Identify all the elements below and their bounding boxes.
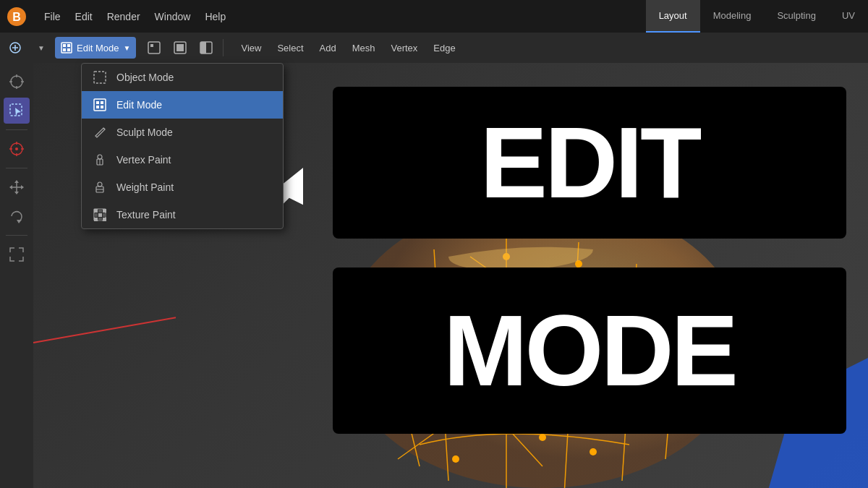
- mode-text: MODE: [443, 300, 736, 401]
- svg-rect-85: [98, 218, 102, 221]
- svg-rect-70: [101, 106, 103, 108]
- edit-text: EDIT: [480, 112, 699, 213]
- svg-rect-80: [94, 213, 98, 217]
- tab-uv[interactable]: UV: [829, 0, 868, 33]
- svg-marker-51: [15, 108, 21, 116]
- mode-selector-group: ▼ Edit Mode ▼: [3, 35, 136, 60]
- svg-rect-68: [101, 101, 103, 104]
- dropdown-item-object-mode[interactable]: Object Mode: [82, 64, 283, 91]
- edit-mode-label: Edit Mode: [116, 99, 162, 111]
- svg-rect-86: [103, 218, 106, 221]
- tool-separator-1: [6, 129, 27, 130]
- toolbar-separator-1: [223, 39, 224, 56]
- svg-point-23: [539, 434, 546, 441]
- menu-help[interactable]: Help: [199, 8, 231, 25]
- svg-rect-65: [94, 72, 106, 83]
- tool-fullscreen[interactable]: [4, 241, 30, 267]
- svg-rect-66: [94, 99, 106, 111]
- tool-target[interactable]: [4, 136, 30, 162]
- tool-select[interactable]: [4, 98, 30, 124]
- left-toolbar: [0, 63, 33, 488]
- nav-add[interactable]: Add: [312, 40, 344, 56]
- menu-file[interactable]: File: [38, 8, 67, 25]
- svg-rect-69: [96, 106, 99, 108]
- nav-mesh[interactable]: Mesh: [345, 40, 383, 56]
- object-mode-icon: [92, 69, 108, 85]
- vertex-paint-icon: [92, 152, 108, 168]
- svg-point-53: [15, 147, 18, 150]
- svg-point-71: [98, 155, 102, 159]
- svg-rect-81: [98, 213, 102, 217]
- svg-marker-60: [14, 180, 19, 183]
- weight-paint-label: Weight Paint: [116, 181, 174, 193]
- mode-dropdown-chevron: ▼: [124, 44, 131, 52]
- svg-rect-84: [94, 218, 98, 221]
- view-overlay-btn[interactable]: [142, 35, 166, 60]
- mode-text-box: MODE: [333, 267, 846, 434]
- svg-rect-44: [200, 42, 206, 53]
- mode-icon-btn[interactable]: [3, 35, 27, 60]
- svg-rect-38: [67, 48, 70, 51]
- mode-dropdown[interactable]: Edit Mode ▼: [55, 37, 136, 59]
- tool-rotate[interactable]: [4, 203, 30, 229]
- object-mode-label: Object Mode: [116, 72, 174, 83]
- svg-rect-39: [148, 42, 160, 53]
- nav-view[interactable]: View: [234, 40, 268, 56]
- menu-edit[interactable]: Edit: [69, 8, 98, 25]
- tab-sculpting[interactable]: Sculpting: [764, 0, 828, 33]
- tool-separator-2: [6, 168, 27, 168]
- svg-point-74: [98, 182, 102, 187]
- menu-render[interactable]: Render: [101, 8, 146, 25]
- dropdown-item-edit-mode[interactable]: Edit Mode: [82, 91, 283, 119]
- texture-paint-icon: [92, 207, 108, 223]
- top-menu-items: File Edit Render Window Help: [33, 8, 237, 25]
- svg-text:B: B: [12, 11, 21, 23]
- weight-paint-icon: [92, 179, 108, 195]
- svg-rect-36: [67, 44, 70, 47]
- mode-label: Edit Mode: [77, 43, 119, 53]
- sculpt-mode-label: Sculpt Mode: [116, 127, 173, 138]
- header-toolbar: ▼ Edit Mode ▼: [0, 33, 868, 63]
- svg-marker-64: [17, 220, 22, 223]
- dropdown-item-sculpt-mode[interactable]: Sculpt Mode: [82, 119, 283, 146]
- vertex-paint-label: Vertex Paint: [116, 154, 171, 166]
- dropdown-item-vertex-paint[interactable]: Vertex Paint: [82, 146, 283, 174]
- svg-rect-83: [103, 213, 106, 217]
- mode-dropdown-menu: Object Mode Edit Mode Sculpt Mode: [81, 63, 284, 229]
- svg-point-26: [590, 448, 597, 455]
- svg-point-25: [452, 455, 459, 463]
- svg-marker-63: [21, 185, 24, 189]
- svg-rect-42: [176, 44, 184, 51]
- svg-rect-78: [94, 209, 98, 213]
- header-nav-items: View Select Add Mesh Vertex Edge: [234, 40, 462, 56]
- dropdown-item-weight-paint[interactable]: Weight Paint: [82, 174, 283, 201]
- view-material-btn[interactable]: [194, 35, 218, 60]
- edit-mode-icon: [92, 97, 108, 113]
- svg-rect-67: [96, 101, 99, 104]
- texture-paint-label: Texture Paint: [116, 209, 176, 221]
- nav-select[interactable]: Select: [270, 40, 310, 56]
- svg-marker-62: [9, 185, 12, 189]
- svg-rect-82: [103, 209, 106, 213]
- nav-vertex[interactable]: Vertex: [383, 40, 425, 56]
- tool-cursor[interactable]: [4, 69, 30, 95]
- tab-modeling[interactable]: Modeling: [700, 0, 765, 33]
- workspace-tabs: Layout Modeling Sculpting UV: [646, 0, 868, 33]
- top-menubar: B File Edit Render Window Help Layout Mo…: [0, 0, 868, 33]
- nav-edge[interactable]: Edge: [426, 40, 462, 56]
- mode-chevron-btn[interactable]: ▼: [29, 35, 54, 60]
- tab-layout[interactable]: Layout: [646, 0, 700, 33]
- dropdown-item-texture-paint[interactable]: Texture Paint: [82, 201, 283, 228]
- svg-marker-61: [14, 192, 19, 194]
- svg-rect-37: [63, 48, 66, 51]
- svg-point-45: [11, 76, 22, 87]
- sculpt-mode-icon: [92, 124, 108, 140]
- view-solid-btn[interactable]: [168, 35, 192, 60]
- blender-logo[interactable]: B: [0, 0, 33, 33]
- menu-window[interactable]: Window: [149, 8, 197, 25]
- svg-rect-35: [63, 44, 66, 47]
- tool-separator-3: [6, 235, 27, 236]
- tool-move[interactable]: [4, 174, 30, 200]
- svg-rect-79: [98, 209, 102, 213]
- svg-rect-40: [150, 44, 153, 47]
